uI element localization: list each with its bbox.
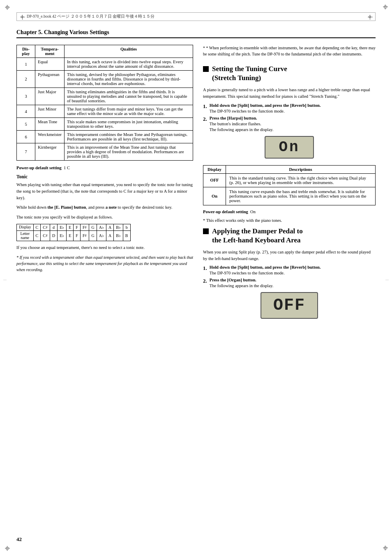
tuning-desc-table: Display Descriptions OFF This is the sta… [203, 165, 376, 205]
desc-row-off: OFF This is the standard tuning curve. T… [203, 173, 376, 187]
damper-step-2-marker: 2. [203, 278, 207, 288]
key-g: G [89, 224, 97, 230]
letter-f: F [74, 230, 81, 241]
desc-off-label: OFF [203, 173, 226, 187]
tonic-heading: Tonic [16, 174, 193, 179]
lcd-off-display: OFF [261, 292, 318, 319]
damper-intro: When you are using Split play (p. 27), y… [203, 249, 376, 262]
row-num: 4 [17, 105, 35, 118]
page: — — DP-970_e.book 42 ページ ２００５年１０月７日 金曜日 … [0, 0, 392, 555]
row-quality: In this tuning, each octave is divided i… [65, 58, 193, 71]
temperament-table: Dis-play Tempera-ment Qualities 1 Equal … [16, 45, 193, 161]
power-default-label: Power-up default setting [16, 166, 62, 170]
letter-g: G [89, 230, 97, 241]
side-mark-left: — [3, 278, 7, 281]
key-d: d [50, 224, 57, 230]
damper-step-1-content: Hold down the [Split] button, and press … [210, 265, 376, 275]
corner-mark-tl [5, 5, 9, 9]
lcd-on-display: On [265, 136, 314, 159]
row-quality: This tuning, devised by the philosopher … [65, 71, 193, 88]
col-header-qualities: Qualities [65, 45, 193, 58]
table-row: 3 Just Major This tuning eliminates ambi… [17, 88, 193, 105]
tonic-note1: If you choose an equal temperament, ther… [16, 244, 193, 251]
step-2-content: Press the [Harpsi] button. The button's … [210, 116, 376, 132]
power-default-1: Power-up default setting 1 C [16, 166, 193, 170]
step-2-marker: 2. [203, 116, 207, 132]
row-num: 5 [17, 118, 35, 131]
letter-csharp: C♯ [41, 230, 50, 241]
corner-mark-tr [383, 5, 387, 9]
key-csharp: C♯ [41, 224, 50, 230]
row-temperament: Werckmeister [35, 131, 65, 143]
table-row: 1 Equal In this tuning, each octave is d… [17, 58, 193, 71]
section-bullet [203, 66, 209, 72]
header-text: DP-970_e.book 42 ページ ２００５年１０月７日 金曜日 午後４時… [27, 14, 154, 19]
tonic-para1: When playing with tuning other than equa… [16, 182, 193, 201]
col-header-temperament: Tempera-ment [35, 45, 65, 58]
desc-row-on: On This tuning curve expands the bass an… [203, 187, 376, 205]
letter-d: D [50, 230, 57, 241]
key-bb: B♭ [114, 224, 123, 230]
damper-step-1-desc: The DP-970 switches to the function mode… [210, 271, 376, 275]
chapter-title: Chapter 5. Changing Various Settings [16, 29, 376, 38]
row-num: 2 [17, 71, 35, 88]
step-2-desc2: The following appears in the display. [210, 127, 376, 132]
corner-mark-br [383, 546, 387, 550]
row-temperament: Just Major [35, 88, 65, 105]
row-quality: This tuning eliminates ambiguities in th… [65, 88, 193, 105]
row-num: 7 [17, 143, 35, 161]
damper-section-bullet [203, 228, 209, 234]
asterisk-note: * This effect works only with the piano … [203, 218, 376, 223]
damper-step-2: 2. Press the [Organ] button. The followi… [203, 278, 376, 288]
corner-mark-bl [5, 546, 9, 550]
right-column: * * When performing in ensemble with oth… [203, 45, 376, 325]
letter-fsharp: F♯ [80, 230, 89, 241]
letter-a: A [106, 230, 113, 241]
row-quality: This scale makes some compromises in jus… [65, 118, 193, 131]
desc-col-descriptions: Descriptions [226, 165, 376, 173]
damper-step-2-content: Press the [Organ] button. The following … [210, 278, 376, 288]
table-row: 7 Kirnberger This is an improvement of t… [17, 143, 193, 161]
key-table: Display C C♯ d E♭ E F F♯ G A♭ A B♭ b Let… [16, 224, 131, 241]
damper-step-1: 1. Hold down the [Split] button, and pre… [203, 265, 376, 275]
key-fsharp: F♯ [80, 224, 89, 230]
header-crosshair-right [368, 15, 372, 19]
header-crosshair [20, 15, 24, 19]
desc-col-display: Display [203, 165, 226, 173]
row-temperament: Equal [35, 58, 65, 71]
stretch-intro: A piano is generally tuned to a pitch wi… [203, 87, 376, 100]
step-1-content: Hold down the [Split] button, and press … [210, 103, 376, 113]
step-1-title: Hold down the [Split] button, and press … [210, 103, 376, 108]
stretch-tuning-title: Setting the Tuning Curve(Stretch Tuning) [212, 64, 287, 83]
row-temperament: Pythagorean [35, 71, 65, 88]
step-2-desc1: The button's indicator flashes. [210, 122, 376, 126]
table-row: 6 Werckmeister This temperament combines… [17, 131, 193, 143]
main-content: Dis-play Tempera-ment Qualities 1 Equal … [16, 45, 376, 325]
letter-label: Lettername [17, 230, 34, 241]
row-quality: This temperament combines the Mean Tone … [65, 131, 193, 143]
desc-on-text: This tuning curve expands the bass and t… [226, 187, 376, 205]
stretch-step-1: 1. Hold down the [Split] button, and pre… [203, 103, 376, 113]
row-temperament: Just Minor [35, 105, 65, 118]
row-num: 3 [17, 88, 35, 105]
row-num: 1 [17, 58, 35, 71]
side-mark-right: — [385, 278, 389, 281]
col-header-display: Dis-play [17, 45, 35, 58]
stretch-tuning-heading-block: Setting the Tuning Curve(Stretch Tuning) [203, 64, 376, 83]
row-quality: This is an improvement of the Mean Tone … [65, 143, 193, 161]
ensemble-note: * * When performing in ensemble with oth… [203, 45, 376, 57]
desc-off-text: This is the standard tuning curve. This … [226, 173, 376, 187]
key-eb: E♭ [58, 224, 67, 230]
key-c: C [33, 224, 41, 230]
key-ab: A♭ [97, 224, 106, 230]
damper-step-1-title: Hold down the [Split] button, and press … [210, 265, 376, 269]
power-default-stretch-value: On [250, 210, 256, 214]
table-row: 5 Mean Tone This scale makes some compro… [17, 118, 193, 131]
step-2-title: Press the [Harpsi] button. [210, 116, 376, 120]
letter-e: E [67, 230, 74, 241]
stretch-step-2: 2. Press the [Harpsi] button. The button… [203, 116, 376, 132]
key-a: A [106, 224, 113, 230]
power-default-stretch: Power-up default setting On [203, 210, 376, 214]
damper-pedal-heading-block: Applying the Damper Pedal tothe Left-han… [203, 227, 376, 245]
row-num: 6 [17, 131, 35, 143]
